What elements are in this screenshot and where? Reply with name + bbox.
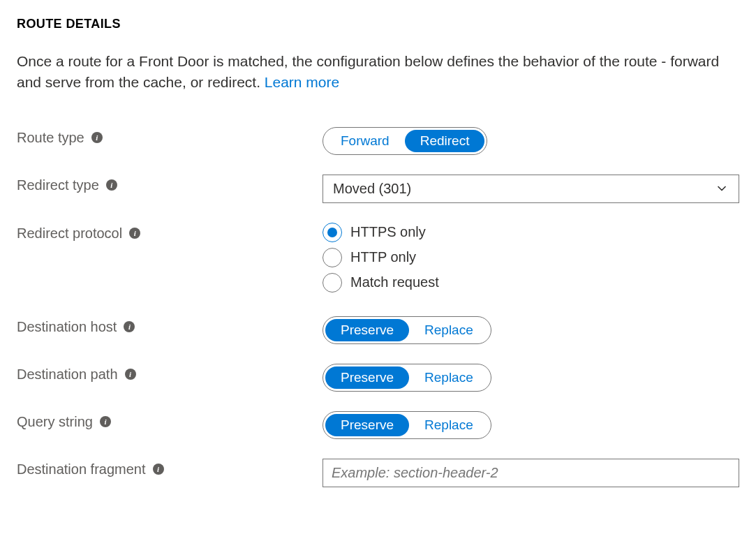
row-route-type: Route type i Forward Redirect: [17, 117, 739, 165]
label-destination-fragment: Destination fragment i: [17, 459, 323, 477]
label-route-type: Route type i: [17, 127, 323, 146]
radio-label: Match request: [350, 274, 439, 290]
section-description: Once a route for a Front Door is matched…: [17, 51, 736, 94]
query-string-replace[interactable]: Replace: [409, 414, 489, 436]
radio-label: HTTP only: [350, 249, 416, 265]
label-text: Destination path: [17, 366, 118, 383]
destination-path-replace[interactable]: Replace: [409, 366, 489, 389]
destination-fragment-input[interactable]: [323, 459, 739, 487]
route-type-toggle: Forward Redirect: [323, 127, 487, 155]
destination-host-preserve[interactable]: Preserve: [325, 319, 409, 341]
destination-path-toggle: Preserve Replace: [323, 364, 491, 392]
row-query-string: Query string i Preserve Replace: [17, 401, 739, 449]
row-redirect-type: Redirect type i Moved (301): [17, 165, 739, 213]
radio-https-only[interactable]: HTTPS only: [323, 223, 739, 242]
redirect-type-dropdown[interactable]: Moved (301): [323, 175, 739, 203]
radio-http-only[interactable]: HTTP only: [323, 248, 739, 267]
destination-path-preserve[interactable]: Preserve: [325, 366, 409, 389]
info-icon[interactable]: i: [129, 228, 140, 239]
info-icon[interactable]: i: [100, 416, 111, 427]
route-type-forward[interactable]: Forward: [325, 130, 405, 152]
label-redirect-type: Redirect type i: [17, 175, 323, 193]
form-container: Route type i Forward Redirect Redirect t…: [17, 117, 739, 497]
info-icon[interactable]: i: [153, 464, 164, 475]
destination-host-replace[interactable]: Replace: [409, 319, 489, 341]
info-icon[interactable]: i: [106, 179, 117, 191]
radio-indicator: [323, 223, 342, 242]
radio-label: HTTPS only: [350, 224, 426, 240]
query-string-toggle: Preserve Replace: [323, 411, 491, 439]
label-query-string: Query string i: [17, 411, 323, 430]
label-destination-host: Destination host i: [17, 316, 323, 335]
info-icon[interactable]: i: [124, 321, 135, 332]
dropdown-value: Moved (301): [333, 181, 411, 197]
row-destination-host: Destination host i Preserve Replace: [17, 306, 739, 354]
label-text: Redirect protocol: [17, 225, 122, 242]
label-text: Redirect type: [17, 177, 99, 193]
label-text: Destination fragment: [17, 461, 146, 477]
label-text: Query string: [17, 414, 93, 430]
info-icon[interactable]: i: [125, 369, 136, 380]
learn-more-link[interactable]: Learn more: [265, 74, 339, 90]
label-text: Destination host: [17, 319, 117, 335]
info-icon[interactable]: i: [91, 132, 103, 143]
section-heading: ROUTE DETAILS: [17, 17, 739, 31]
description-text: Once a route for a Front Door is matched…: [17, 53, 719, 90]
label-redirect-protocol: Redirect protocol i: [17, 223, 323, 242]
redirect-protocol-radio-group: HTTPS only HTTP only Match request: [323, 223, 739, 292]
row-destination-fragment: Destination fragment i: [17, 449, 739, 497]
query-string-preserve[interactable]: Preserve: [325, 414, 409, 436]
radio-indicator: [323, 273, 342, 292]
row-redirect-protocol: Redirect protocol i HTTPS only HTTP only…: [17, 213, 739, 306]
label-text: Route type: [17, 130, 84, 146]
radio-match-request[interactable]: Match request: [323, 273, 739, 292]
row-destination-path: Destination path i Preserve Replace: [17, 354, 739, 401]
label-destination-path: Destination path i: [17, 364, 323, 383]
radio-indicator: [323, 248, 342, 267]
destination-host-toggle: Preserve Replace: [323, 316, 491, 344]
chevron-down-icon: [715, 182, 729, 195]
route-type-redirect[interactable]: Redirect: [405, 130, 485, 152]
